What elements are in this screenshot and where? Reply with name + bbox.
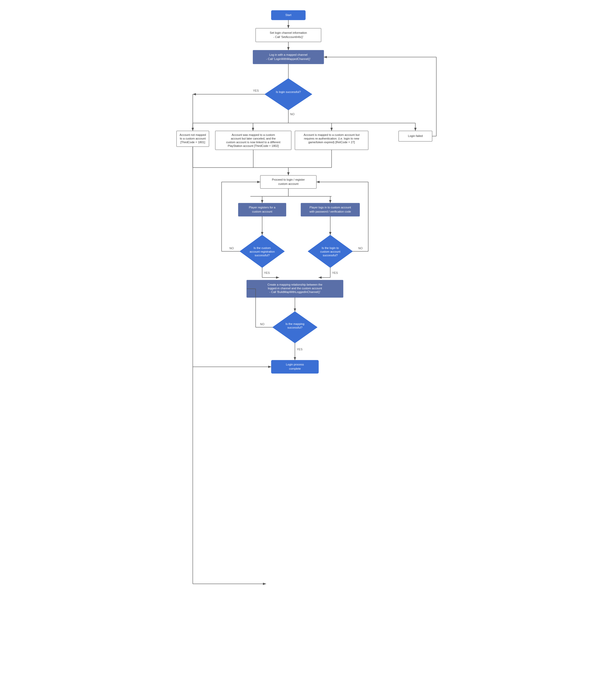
mapped-canceled-label3: custom account is now linked to a differ…	[226, 140, 280, 144]
player-logs-in-label1: Player logs in to custom account	[310, 206, 351, 209]
requires-reauth-label1: Account is mapped to a custom account bu…	[304, 133, 359, 136]
is-reg-successful-label2: account registration	[250, 250, 275, 253]
is-login-successful-label1: Is login successful?	[276, 90, 301, 94]
requires-reauth-label3: game/token expired) [RetCode = 27]	[308, 140, 355, 144]
login-mapped-label1: Log in with a mapped channel	[269, 53, 307, 56]
is-reg-successful-label1: Is the custom	[254, 246, 270, 249]
map-yes-label: YES	[297, 348, 303, 351]
is-mapping-successful-label2: successful?	[287, 326, 302, 329]
create-mapping-label1: Create a mapping relationship between th…	[267, 283, 322, 286]
login-mapped-label2: - Call 'LoginWithMappedChannel()'	[266, 57, 311, 60]
not-mapped-label3: [ThirdCode = 1801]	[181, 140, 205, 144]
login-complete-label1: Login process	[286, 363, 304, 366]
no-label-main: NO	[290, 113, 295, 116]
start-label: Start	[285, 13, 291, 16]
yes-label-left: YES	[253, 89, 259, 92]
requires-reauth-label2: requires re-authentication. (i.e. login …	[304, 137, 359, 140]
set-login-label2: - Call 'SetAccountInfo()'	[273, 35, 304, 39]
is-login-successful-diamond	[265, 78, 312, 110]
diagram-container: Start Set login channel information - Ca…	[164, 0, 452, 639]
create-mapping-label3: - Call 'BuildMapWithLoggedInChannel()'	[269, 290, 320, 293]
proceed-login-register-label1: Proceed to login / register	[272, 178, 305, 181]
login-failed-label: Login failed	[408, 134, 423, 137]
proceed-login-register-label2: custom account	[278, 182, 298, 185]
set-login-label1: Set login channel information	[270, 31, 307, 34]
not-mapped-label2: to a custom account	[180, 137, 206, 140]
reg-no-label: NO	[229, 247, 234, 250]
reg-yes-label: YES	[264, 271, 270, 274]
logincustom-no-label: NO	[358, 247, 363, 250]
is-login-custom-label2: custom account	[320, 250, 340, 253]
create-mapping-label2: logged-in channel and the custom account	[268, 287, 322, 290]
mapped-canceled-label2: account but later canceled, and the	[231, 137, 275, 140]
player-registers-label2: custom account	[252, 210, 272, 213]
is-login-custom-label1: Is the login to	[322, 246, 339, 249]
logincustom-yes-label: YES	[332, 271, 338, 274]
mapped-canceled-label1: Account was mapped to a custom	[232, 133, 275, 136]
is-login-custom-label3: successful?	[323, 254, 338, 257]
login-complete-label2: complete	[289, 367, 301, 370]
not-mapped-label1: Account not mapped	[180, 133, 206, 136]
mapped-canceled-label4: PlayStation account [ThirdCode = 1802]	[228, 144, 279, 148]
is-reg-successful-label3: successful?	[255, 254, 269, 257]
player-logs-in-label2: with password / verification code	[309, 210, 351, 213]
is-mapping-successful-label1: Is the mapping	[286, 322, 304, 326]
map-no-label: NO	[260, 323, 264, 326]
player-registers-label1: Player registers for a	[249, 206, 275, 209]
